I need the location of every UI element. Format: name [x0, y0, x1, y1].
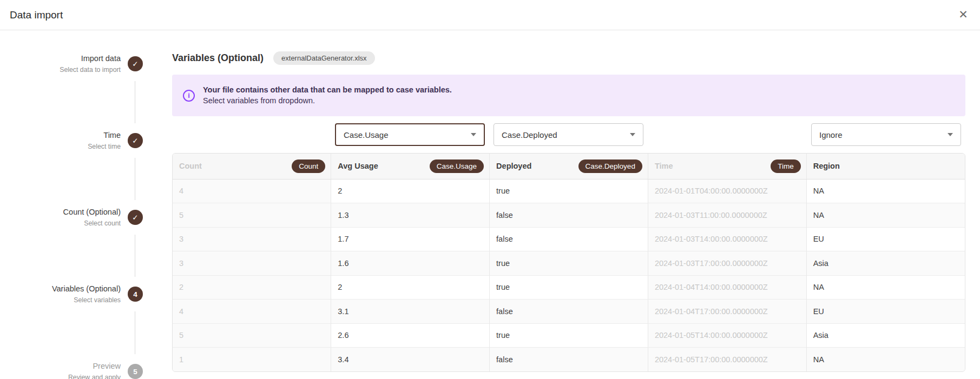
- step-connector: [135, 235, 135, 277]
- table-row: 13.4false2024-01-05T17:00:00.0000000ZNA: [173, 348, 965, 372]
- dropdown-value: Case.Deployed: [502, 130, 557, 139]
- variable-select-avg-usage[interactable]: Case.Usage: [335, 123, 485, 146]
- step-check-icon: ✓: [128, 210, 143, 225]
- cell-time: 2024-01-01T04:00:00.0000000Z: [648, 179, 806, 203]
- table-row: 42true2024-01-01T04:00:00.0000000ZNA: [173, 179, 965, 203]
- cell-count: 3: [173, 251, 331, 276]
- variable-select-deployed[interactable]: Case.Deployed: [494, 123, 643, 146]
- dialog-header: Data import ✕: [0, 0, 980, 30]
- stepper-step-time[interactable]: TimeSelect time✓: [0, 125, 143, 156]
- stepper-step-variables-optional[interactable]: Variables (Optional)Select variables4: [0, 279, 143, 309]
- column-label: Avg Usage: [338, 162, 378, 170]
- data-preview-table: CountCountAvg UsageCase.UsageDeployedCas…: [173, 154, 965, 371]
- column-header-avg-usage: Avg UsageCase.Usage: [331, 154, 490, 179]
- step-label: Preview: [68, 361, 121, 371]
- dropdown-value: Case.Usage: [344, 130, 389, 139]
- step-connector: [135, 311, 135, 354]
- cell-count: 5: [173, 203, 331, 228]
- column-label: Region: [813, 162, 840, 170]
- main-content: Variables (Optional) externalDataGenerat…: [172, 30, 965, 379]
- step-check-icon: ✓: [128, 56, 143, 71]
- step-sublabel: Review and apply: [68, 373, 121, 379]
- banner-title: Your file contains other data that can b…: [203, 85, 452, 95]
- step-label: Count (Optional): [63, 207, 121, 217]
- cell-deployed: false: [490, 203, 648, 228]
- dialog-title: Data import: [10, 0, 63, 30]
- cell-region: NA: [806, 179, 965, 203]
- cell-count: 1: [173, 348, 331, 372]
- column-header-time: TimeTime: [648, 154, 806, 179]
- cell-deployed: true: [490, 179, 648, 203]
- variable-select-region[interactable]: Ignore: [811, 123, 961, 146]
- cell-avg-usage: 1.6: [331, 251, 490, 276]
- cell-avg-usage: 2: [331, 179, 490, 203]
- step-check-icon: ✓: [128, 133, 143, 148]
- stepper-step-count-optional[interactable]: Count (Optional)Select count✓: [0, 202, 143, 232]
- page-title: Variables (Optional): [172, 52, 264, 64]
- step-sublabel: Select time: [88, 142, 121, 151]
- step-label: Import data: [60, 53, 121, 64]
- chevron-down-icon: [630, 133, 635, 136]
- banner-subtitle: Select variables from dropdown.: [203, 96, 452, 106]
- cell-deployed: true: [490, 251, 648, 276]
- cell-time: 2024-01-05T17:00:00.0000000Z: [648, 348, 806, 372]
- table-header: CountCountAvg UsageCase.UsageDeployedCas…: [173, 154, 965, 179]
- cell-time: 2024-01-04T14:00:00.0000000Z: [648, 275, 806, 300]
- file-chip: externalDataGenerator.xlsx: [273, 51, 375, 65]
- cell-deployed: false: [490, 348, 648, 372]
- step-label: Variables (Optional): [52, 283, 121, 294]
- cell-avg-usage: 3.4: [331, 348, 490, 372]
- step-sublabel: Select data to import: [60, 65, 121, 75]
- table-row: 52.6true2024-01-05T14:00:00.0000000ZAsia: [173, 323, 965, 348]
- cell-avg-usage: 2.6: [331, 323, 490, 348]
- column-label: Time: [655, 162, 673, 170]
- cell-region: NA: [806, 275, 965, 300]
- step-connector: [135, 81, 135, 123]
- close-button[interactable]: ✕: [953, 4, 974, 25]
- table-body: 42true2024-01-01T04:00:00.0000000ZNA51.3…: [173, 179, 965, 371]
- cell-avg-usage: 3.1: [331, 300, 490, 324]
- cell-count: 2: [173, 275, 331, 300]
- table-row: 31.7false2024-01-03T14:00:00.0000000ZEU: [173, 227, 965, 251]
- cell-time: 2024-01-05T14:00:00.0000000Z: [648, 323, 806, 348]
- column-label: Deployed: [496, 162, 531, 170]
- data-preview-table-wrap: CountCountAvg UsageCase.UsageDeployedCas…: [172, 153, 965, 372]
- cell-avg-usage: 1.7: [331, 227, 490, 251]
- column-header-deployed: DeployedCase.Deployed: [490, 154, 648, 179]
- column-header-region: Region: [806, 154, 965, 179]
- data-import-dialog: { "dialog": { "title": "Data import" }, …: [0, 0, 980, 379]
- step-text: TimeSelect time: [88, 130, 121, 151]
- stepper-step-import-data[interactable]: Import dataSelect data to import✓: [0, 49, 143, 79]
- cell-avg-usage: 1.3: [331, 203, 490, 228]
- cell-time: 2024-01-03T14:00:00.0000000Z: [648, 227, 806, 251]
- column-mapping-badge-case-usage: Case.Usage: [430, 159, 484, 174]
- step-number-badge: 4: [128, 287, 143, 302]
- step-sublabel: Select variables: [52, 295, 121, 305]
- cell-region: Asia: [806, 323, 965, 348]
- cell-time: 2024-01-03T11:00:00.0000000Z: [648, 203, 806, 228]
- step-text: Count (Optional)Select count: [63, 207, 121, 228]
- dropdown-value: Ignore: [819, 130, 843, 139]
- cell-region: EU: [806, 300, 965, 324]
- cell-deployed: true: [490, 275, 648, 300]
- chevron-down-icon: [948, 133, 953, 136]
- cell-count: 4: [173, 300, 331, 324]
- step-text: Import dataSelect data to import: [60, 53, 121, 75]
- close-icon: ✕: [958, 8, 968, 21]
- cell-deployed: false: [490, 227, 648, 251]
- column-mapping-badge-time: Time: [771, 159, 801, 174]
- cell-region: Asia: [806, 251, 965, 276]
- table-row: 22true2024-01-04T14:00:00.0000000ZNA: [173, 275, 965, 300]
- cell-region: NA: [806, 203, 965, 228]
- cell-count: 3: [173, 227, 331, 251]
- step-sublabel: Select count: [63, 218, 121, 228]
- step-connector: [135, 158, 135, 200]
- stepper-step-preview[interactable]: PreviewReview and apply5: [0, 356, 143, 379]
- step-text: PreviewReview and apply: [68, 361, 121, 379]
- cell-deployed: true: [490, 323, 648, 348]
- cell-region: NA: [806, 348, 965, 372]
- stepper: Import dataSelect data to import✓TimeSel…: [0, 30, 172, 379]
- cell-count: 5: [173, 323, 331, 348]
- banner-text: Your file contains other data that can b…: [203, 85, 452, 106]
- chevron-down-icon: [471, 133, 476, 136]
